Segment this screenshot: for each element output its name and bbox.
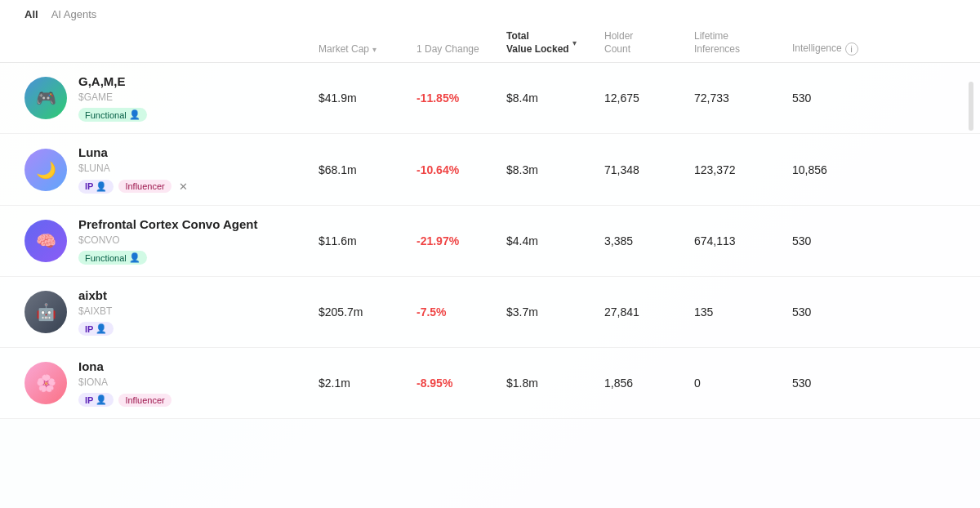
change-value: -8.95% [416,377,506,390]
avatar: 🌙 [24,149,67,191]
market-cap-value: $41.9m [318,91,416,105]
badge-functional: Functional 👤 [78,251,147,265]
agent-badges: IP 👤 [78,322,114,336]
total-value-locked: $1.8m [506,377,604,390]
agent-info: Prefrontal Cortex Convo Agent $CONVO Fun… [78,217,257,265]
agent-info: aixbt $AIXBT IP 👤 [78,288,114,336]
table-row[interactable]: 🧠 Prefrontal Cortex Convo Agent $CONVO F… [0,206,980,277]
agent-name: Luna [78,145,191,159]
column-headers: Market Cap ▾ 1 Day Change TotalValue Loc… [0,24,980,63]
agent-ticker: $CONVO [78,234,257,246]
agent-ticker: $IONA [78,377,172,388]
total-value-locked: $3.7m [506,305,604,319]
functional-icon: 👤 [129,252,140,263]
x-social-icon[interactable]: ✕ [176,179,191,194]
agent-cell: 🌸 Iona $IONA IP 👤Influencer [24,359,318,407]
agent-cell: 🧠 Prefrontal Cortex Convo Agent $CONVO F… [24,217,318,265]
agent-info: G,A,M,E $GAME Functional 👤 [78,74,147,122]
lifetime-inferences: 674,113 [694,234,792,247]
people-icon: 👤 [96,323,107,334]
agent-name: Prefrontal Cortex Convo Agent [78,217,257,231]
holder-count: 3,385 [604,234,694,247]
change-value: -21.97% [416,234,506,247]
lifetime-inferences: 0 [694,377,792,390]
col-header-intelligence: Intelligence i [792,42,890,56]
table-row[interactable]: 🎮 G,A,M,E $GAME Functional 👤 $41.9m -11.… [0,63,980,134]
intelligence-value: 530 [792,91,890,105]
agent-info: Luna $LUNA IP 👤Influencer ✕ [78,145,191,194]
badge-ip: IP 👤 [78,393,114,407]
badge-functional: Functional 👤 [78,108,147,122]
agent-badges: Functional 👤 [78,108,147,122]
agent-cell: 🌙 Luna $LUNA IP 👤Influencer ✕ [24,145,318,194]
market-cap-value: $11.6m [318,234,416,247]
agent-name: aixbt [78,288,114,302]
badge-ip: IP 👤 [78,322,114,336]
intelligence-value: 530 [792,305,890,319]
change-value: -7.5% [416,305,506,319]
badge-influencer: Influencer [118,180,171,193]
intelligence-value: 530 [792,377,890,390]
tab-all[interactable]: All [24,5,38,24]
people-icon: 👤 [96,394,107,405]
agent-ticker: $LUNA [78,163,191,174]
intelligence-info-icon[interactable]: i [845,42,858,56]
col-header-1day: 1 Day Change [416,43,506,56]
agent-ticker: $GAME [78,91,147,103]
change-value: -11.85% [416,91,506,105]
avatar: 🤖 [24,291,67,333]
badge-influencer: Influencer [118,394,171,407]
holder-count: 12,675 [604,91,694,105]
agent-ticker: $AIXBT [78,305,114,317]
agent-info: Iona $IONA IP 👤Influencer [78,359,172,407]
lifetime-inferences: 135 [694,305,792,319]
col-header-lifetime-inferences: LifetimeInferences [694,30,792,56]
agent-cell: 🎮 G,A,M,E $GAME Functional 👤 [24,74,318,122]
table-row[interactable]: 🌸 Iona $IONA IP 👤Influencer $2.1m -8.95%… [0,348,980,419]
avatar: 🌸 [24,362,67,404]
tab-bar: All AI Agents [0,0,980,24]
holder-count: 1,856 [604,377,694,390]
market-cap-value: $2.1m [318,377,416,390]
sort-arrow-market-cap: ▾ [372,44,376,55]
table-container: All AI Agents Market Cap ▾ 1 Day Change … [0,0,980,508]
agent-badges: IP 👤Influencer ✕ [78,179,191,194]
holder-count: 27,841 [604,305,694,319]
functional-icon: 👤 [129,109,140,120]
total-value-locked: $8.3m [506,163,604,176]
col-header-total-value[interactable]: TotalValue Locked ▾ [506,30,604,56]
agent-badges: IP 👤Influencer [78,393,172,407]
table-row[interactable]: 🤖 aixbt $AIXBT IP 👤 $205.7m -7.5% $3.7m … [0,277,980,348]
market-cap-value: $68.1m [318,163,416,176]
col-header-holder: HolderHolder Count Count [604,30,694,56]
market-cap-value: $205.7m [318,305,416,319]
badge-ip: IP 👤 [78,180,114,194]
total-value-locked: $8.4m [506,91,604,105]
intelligence-value: 10,856 [792,163,890,176]
tab-ai-agents[interactable]: AI Agents [51,5,97,24]
agent-name: Iona [78,359,172,373]
scrollbar[interactable] [969,82,973,131]
intelligence-value: 530 [792,234,890,247]
table-row[interactable]: 🌙 Luna $LUNA IP 👤Influencer ✕ $68.1m -10… [0,134,980,206]
rows-container: 🎮 G,A,M,E $GAME Functional 👤 $41.9m -11.… [0,63,980,419]
people-icon: 👤 [96,181,107,192]
agent-badges: Functional 👤 [78,251,257,265]
agent-name: G,A,M,E [78,74,147,88]
agent-cell: 🤖 aixbt $AIXBT IP 👤 [24,288,318,336]
holder-count: 71,348 [604,163,694,176]
lifetime-inferences: 123,372 [694,163,792,176]
sort-arrow-total-value: ▾ [572,38,577,48]
avatar: 🎮 [24,77,67,119]
lifetime-inferences: 72,733 [694,91,792,105]
col-header-market-cap[interactable]: Market Cap ▾ [318,43,416,56]
total-value-locked: $4.4m [506,234,604,247]
avatar: 🧠 [24,220,67,262]
change-value: -10.64% [416,163,506,176]
